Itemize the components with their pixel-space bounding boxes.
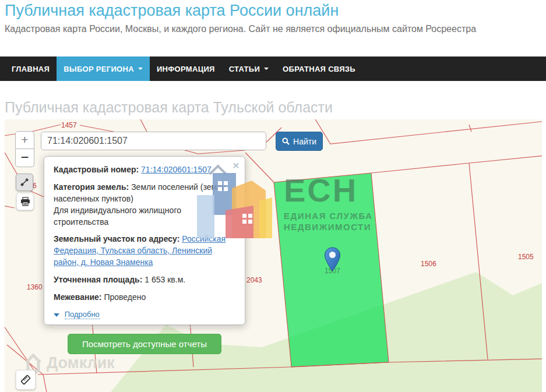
nav-item-label: ИНФОРМАЦИЯ bbox=[157, 65, 215, 73]
chevron-down-icon bbox=[264, 68, 269, 70]
survey-label: Межевание: bbox=[54, 292, 102, 302]
parcel-label: 2043 bbox=[246, 276, 262, 284]
search-button-label: Найти bbox=[293, 137, 316, 146]
expand-arrows-icon bbox=[20, 178, 29, 187]
cadastral-map[interactable]: 1457 1356 1360 2043 1506 1505 1507 Домкл… bbox=[5, 119, 542, 392]
nav-item-label: ВЫБОР РЕГИОНА bbox=[64, 65, 134, 73]
zoom-out-button[interactable]: − bbox=[15, 149, 34, 167]
caret-down-icon bbox=[54, 313, 59, 317]
land-category-label: Категория земель: bbox=[54, 182, 129, 192]
survey-value: Проведено bbox=[104, 292, 146, 302]
view-reports-button[interactable]: Посмотреть доступные отчеты bbox=[68, 334, 221, 354]
parcel-label: 1506 bbox=[421, 260, 436, 268]
zoom-in-button[interactable]: + bbox=[15, 131, 34, 149]
nav-item-articles[interactable]: СТАТЬИ bbox=[222, 56, 276, 81]
page-title: Публичная кадастровая карта Тульской обл… bbox=[5, 99, 333, 116]
fullscreen-button[interactable] bbox=[16, 174, 33, 191]
parcel-info-popup: × Кадастровый номер: 71:14:020601:1507 К… bbox=[44, 156, 245, 325]
nav-item-information[interactable]: ИНФОРМАЦИЯ bbox=[150, 56, 222, 81]
site-subtitle: Кадастровая карта России, Москвы, и кажд… bbox=[5, 24, 541, 34]
popup-divider bbox=[54, 327, 235, 327]
cadastral-search-input[interactable] bbox=[41, 132, 266, 150]
parcel-label: 1505 bbox=[518, 253, 534, 261]
nav-item-label: СТАТЬИ bbox=[229, 65, 260, 73]
close-icon[interactable]: × bbox=[233, 159, 239, 171]
map-pin-icon[interactable] bbox=[324, 247, 341, 274]
main-navbar: ГЛАВНАЯ ВЫБОР РЕГИОНА ИНФОРМАЦИЯ СТАТЬИ … bbox=[0, 56, 546, 81]
nav-item-label: ГЛАВНАЯ bbox=[12, 65, 50, 73]
parcel-label: 1457 bbox=[61, 121, 77, 129]
nav-item-feedback[interactable]: ОБРАТНАЯ СВЯЗЬ bbox=[276, 56, 362, 81]
nav-item-home[interactable]: ГЛАВНАЯ bbox=[5, 56, 57, 81]
domklik-watermark-text: Домклик bbox=[47, 354, 115, 372]
area-label: Уточненная площадь: bbox=[54, 275, 142, 284]
parcel-label: 1360 bbox=[27, 283, 43, 291]
measure-button[interactable] bbox=[16, 370, 36, 390]
nav-item-region-select[interactable]: ВЫБОР РЕГИОНА bbox=[57, 56, 150, 81]
address-label: Земельный участок по адресу: bbox=[54, 234, 179, 243]
zoom-controls: + − bbox=[15, 131, 34, 167]
chevron-down-icon bbox=[138, 68, 143, 70]
site-title: Публичная кадастровая карта России онлай… bbox=[5, 2, 541, 20]
cadastral-number-link[interactable]: 71:14:020601:1507 bbox=[141, 165, 212, 174]
area-value: 1 653 кв.м. bbox=[145, 275, 185, 284]
site-header: Публичная кадастровая карта России онлай… bbox=[0, 0, 546, 34]
nav-item-label: ОБРАТНАЯ СВЯЗЬ bbox=[283, 65, 355, 73]
domklik-watermark: Домклик bbox=[24, 352, 115, 373]
ruler-icon bbox=[20, 374, 31, 386]
details-toggle-link[interactable]: Подробно bbox=[65, 310, 100, 319]
search-button[interactable]: Найти bbox=[276, 132, 323, 151]
search-icon bbox=[282, 137, 290, 145]
cadastral-number-label: Кадастровый номер: bbox=[54, 165, 139, 174]
land-use-text: Для индивидуального жилищного строительс… bbox=[54, 205, 235, 228]
print-button[interactable] bbox=[16, 193, 34, 210]
printer-icon bbox=[20, 197, 30, 206]
